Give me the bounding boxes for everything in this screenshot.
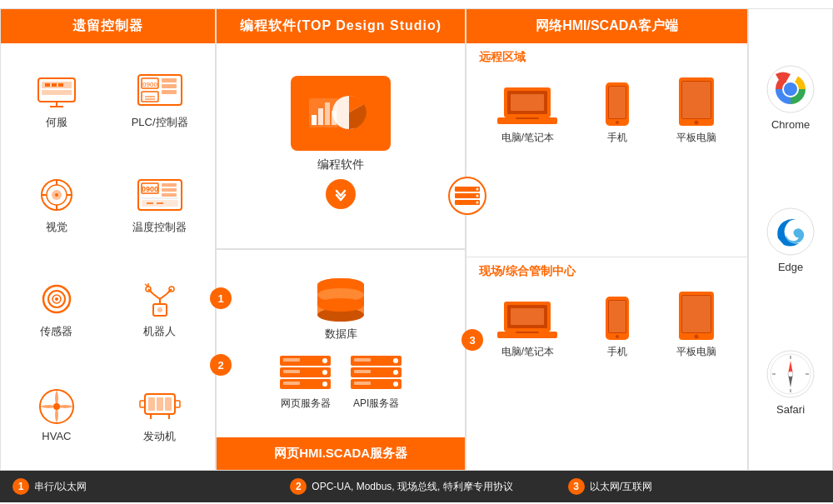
api-server: API服务器 — [349, 354, 403, 411]
temp-icon: 0900 — [135, 174, 185, 216]
remote-phone-label: 手机 — [607, 131, 627, 145]
safari-label: Safari — [776, 403, 805, 416]
field-zone-label: 现场/综合管制中心 — [475, 264, 739, 279]
device-robot: 机器人 — [131, 274, 189, 343]
software-section: 编程软件 — [217, 43, 464, 250]
svg-point-120 — [694, 334, 698, 338]
svg-rect-3 — [45, 83, 50, 87]
svg-text:0900: 0900 — [142, 185, 158, 193]
left-panel-header: 遗留控制器 — [1, 9, 215, 43]
field-tablet-label: 平板电脑 — [676, 345, 716, 359]
footer-item-1: 1 串行/以太网 — [0, 478, 277, 495]
device-motor: 发动机 — [131, 379, 189, 448]
field-zone: 现场/综合管制中心 电脑/笔记本 — [466, 257, 747, 471]
svg-point-82 — [322, 382, 327, 387]
software-label: 编程软件 — [317, 157, 364, 172]
svg-rect-63 — [312, 115, 317, 125]
badge-1: 1 — [210, 287, 232, 309]
field-phone-label: 手机 — [607, 345, 627, 359]
server-section: 数据库 — [217, 250, 464, 438]
browser-panel: Chrome Edge — [749, 9, 832, 470]
badge-3: 3 — [461, 329, 483, 351]
edge-icon — [766, 207, 816, 257]
svg-line-41 — [153, 294, 160, 299]
svg-point-49 — [157, 307, 162, 312]
svg-point-103 — [616, 121, 619, 124]
svg-rect-55 — [165, 397, 172, 411]
svg-rect-30 — [162, 193, 177, 197]
web-server-label: 网页服务器 — [281, 397, 331, 411]
device-servo: 何服 — [27, 65, 86, 134]
vision-label: 视觉 — [46, 220, 67, 235]
server-rack-connector — [446, 175, 488, 217]
safari-icon — [766, 349, 816, 399]
edge-label: Edge — [778, 261, 803, 273]
software-display-icon — [291, 76, 391, 151]
vision-icon — [32, 174, 82, 216]
svg-rect-106 — [682, 82, 711, 118]
svg-rect-54 — [157, 397, 163, 411]
footer-num-3: 3 — [568, 478, 585, 495]
svg-point-138 — [476, 188, 479, 191]
sensor-label: 传感器 — [40, 324, 72, 339]
svg-rect-29 — [162, 188, 177, 192]
device-plc: 0900 PLC/控制器 — [127, 65, 192, 134]
remote-devices: 电脑/笔记本 手机 — [475, 72, 739, 149]
device-grid: 何服 0900 — [1, 43, 215, 470]
footer-text-1: 串行/以太网 — [34, 480, 87, 494]
arrow-down-icon — [326, 179, 356, 209]
svg-rect-102 — [609, 87, 626, 118]
svg-point-80 — [322, 358, 327, 363]
svg-text:0900: 0900 — [142, 81, 157, 88]
right-content: 远程区域 电脑/笔记本 — [466, 43, 747, 470]
field-laptop: 电脑/笔记本 — [497, 298, 557, 359]
motor-label: 发动机 — [143, 429, 176, 444]
middle-footer: 网页HMI.SCADA服务器 — [217, 437, 464, 470]
device-hvac: HVAC — [27, 380, 86, 447]
temp-label: 温度控制器 — [132, 220, 187, 235]
svg-rect-66 — [332, 111, 337, 125]
svg-point-140 — [476, 202, 479, 204]
plc-label: PLC/控制器 — [132, 115, 188, 130]
svg-point-91 — [393, 382, 398, 387]
svg-rect-11 — [162, 78, 177, 82]
chrome-icon — [766, 64, 816, 114]
motor-icon — [135, 383, 185, 425]
middle-panel-header: 编程软件(TOP Design Studio) — [217, 9, 464, 43]
field-phone: 手机 — [604, 295, 631, 359]
remote-zone-label: 远程区域 — [475, 50, 739, 65]
database-icon-group: 数据库 — [312, 277, 370, 342]
field-devices: 电脑/笔记本 手机 — [475, 286, 739, 363]
chrome-label: Chrome — [771, 118, 810, 131]
field-laptop-label: 电脑/笔记本 — [501, 345, 554, 359]
svg-rect-119 — [682, 296, 711, 332]
svg-rect-110 — [511, 308, 544, 325]
svg-rect-84 — [283, 370, 300, 373]
svg-point-133 — [788, 372, 793, 377]
remote-tablet-label: 平板电脑 — [676, 131, 716, 145]
svg-rect-28 — [162, 183, 177, 187]
svg-rect-13 — [162, 90, 177, 94]
server-row: 网页服务器 — [278, 354, 403, 411]
footer-bar: 1 串行/以太网 2 OPC-UA, Modbus, 现场总线, 特利摩专用协议… — [0, 471, 833, 502]
svg-point-107 — [694, 121, 698, 125]
browser-edge: Edge — [766, 207, 816, 273]
svg-rect-5 — [58, 83, 63, 87]
svg-rect-64 — [318, 108, 323, 125]
svg-rect-85 — [283, 382, 300, 385]
svg-point-89 — [393, 358, 398, 363]
footer-text-2: OPC-UA, Modbus, 现场总线, 特利摩专用协议 — [312, 480, 512, 494]
remote-laptop: 电脑/笔记本 — [497, 84, 557, 145]
middle-panel: 编程软件(TOP Design Studio) — [217, 9, 466, 470]
svg-rect-94 — [354, 382, 371, 385]
footer-item-3: 3 以太网/互联网 — [556, 478, 833, 495]
svg-rect-83 — [283, 358, 300, 362]
field-tablet: 平板电脑 — [676, 290, 716, 359]
servo-icon — [32, 69, 82, 111]
svg-point-90 — [393, 370, 398, 375]
footer-num-1: 1 — [12, 478, 29, 495]
sensor-icon — [32, 278, 82, 320]
left-panel: 遗留控制器 — [1, 9, 217, 470]
svg-point-123 — [784, 82, 797, 96]
right-panel: 网络HMI/SCADA客户端 远程区域 — [466, 9, 749, 470]
